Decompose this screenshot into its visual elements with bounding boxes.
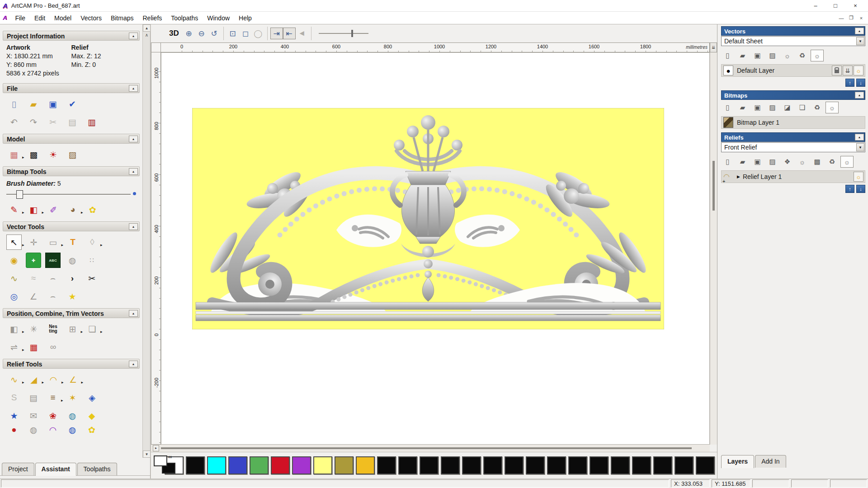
new-model-icon[interactable]: ▯ bbox=[6, 96, 22, 112]
color-swatch[interactable] bbox=[611, 456, 630, 474]
relief-tool-icon[interactable]: ◠ bbox=[46, 372, 61, 387]
create-star-icon[interactable]: ★ bbox=[65, 289, 80, 304]
create-rectangle-icon[interactable]: ▭ bbox=[46, 235, 61, 250]
tab-add-in[interactable]: Add In bbox=[755, 455, 786, 468]
toggle-all-visibility-icon[interactable]: ☼ bbox=[811, 50, 824, 61]
menu-help[interactable]: Help bbox=[234, 13, 256, 23]
zoom-box-icon[interactable]: ⊡ bbox=[226, 28, 239, 39]
join-vectors-icon[interactable]: › bbox=[65, 271, 80, 286]
collapse-chevron-icon[interactable]: ∧ bbox=[143, 33, 150, 38]
lasso-icon[interactable]: ✿ bbox=[85, 202, 100, 217]
mdi-minimize-icon[interactable]: ― bbox=[836, 14, 846, 22]
undo-icon[interactable]: ↶ bbox=[6, 114, 22, 130]
lighting-icon[interactable]: ☀ bbox=[46, 147, 61, 162]
tab-toolpaths[interactable]: Toolpaths bbox=[77, 463, 117, 475]
minimize-button[interactable]: – bbox=[806, 0, 826, 11]
wrap-vectors-icon[interactable]: ◍ bbox=[65, 253, 80, 268]
relief-tool-icon[interactable]: S bbox=[6, 390, 22, 405]
color-swatch[interactable] bbox=[590, 456, 609, 474]
canvas-horizontal-scrollbar[interactable]: ▸ bbox=[151, 445, 710, 452]
create-text-icon[interactable]: T bbox=[65, 235, 80, 250]
layer-visibility-icon[interactable]: ☼ bbox=[854, 172, 863, 182]
save-model-icon[interactable]: ▣ bbox=[45, 96, 61, 112]
flyout-arrow-icon[interactable]: ▸ bbox=[22, 329, 24, 334]
interlock-vectors-icon[interactable]: ∞ bbox=[46, 339, 61, 355]
open-model-icon[interactable]: ▰ bbox=[26, 96, 41, 112]
vector-doctor-icon[interactable]: ◊ bbox=[85, 235, 100, 250]
new-relief-layer-icon[interactable]: ▯ bbox=[721, 156, 734, 168]
color-swatch[interactable] bbox=[398, 456, 417, 474]
relief-tool-icon[interactable]: ∿ bbox=[6, 372, 22, 387]
tab-assistant[interactable]: Assistant bbox=[35, 463, 76, 476]
relief-tool-icon[interactable]: ✿ bbox=[84, 425, 99, 435]
color-swatch[interactable] bbox=[505, 456, 524, 474]
bitmap-layer-name[interactable]: Bitmap Layer 1 bbox=[737, 119, 779, 126]
color-swatch[interactable] bbox=[313, 456, 332, 474]
color-swatch[interactable] bbox=[207, 456, 226, 474]
flyout-arrow-icon[interactable]: ▸ bbox=[61, 380, 64, 385]
scroll-down-icon[interactable]: ▼ bbox=[143, 450, 151, 458]
color-swatch[interactable] bbox=[632, 456, 651, 474]
copy-bitmap-layer-icon[interactable]: ❏ bbox=[796, 102, 809, 113]
relief-tool-icon[interactable]: ❀ bbox=[45, 408, 61, 423]
flyout-arrow-icon[interactable]: ▸ bbox=[81, 329, 83, 334]
flyout-arrow-icon[interactable]: ▸ bbox=[81, 210, 83, 215]
relief-tool-icon[interactable]: ∠ bbox=[66, 372, 81, 387]
flyout-arrow-icon[interactable]: ▸ bbox=[22, 243, 24, 247]
relief-tool-icon[interactable]: ● bbox=[6, 425, 22, 435]
color-swatch[interactable] bbox=[292, 456, 311, 474]
measure-tool-icon[interactable]: ◉ bbox=[6, 253, 22, 268]
rollup-button[interactable]: ▲ bbox=[129, 361, 138, 367]
open-vector-layer-icon[interactable]: ▰ bbox=[736, 50, 749, 61]
color-swatch[interactable] bbox=[271, 456, 290, 474]
model-canvas[interactable] bbox=[161, 52, 710, 445]
relief-tool-icon[interactable]: ≡ bbox=[45, 390, 61, 405]
open-bitmap-layer-icon[interactable]: ▰ bbox=[736, 102, 749, 113]
close-button[interactable]: × bbox=[845, 0, 865, 11]
scrollbar-thumb[interactable] bbox=[161, 447, 692, 449]
color-swatch[interactable] bbox=[547, 456, 566, 474]
mdi-restore-icon[interactable]: ❐ bbox=[846, 14, 856, 22]
node-editing-icon[interactable]: ∿ bbox=[6, 271, 22, 286]
flyout-arrow-icon[interactable]: ▸ bbox=[100, 243, 103, 247]
save-bitmap-layer-icon[interactable]: ▣ bbox=[751, 102, 764, 113]
relief-tool-icon[interactable]: ▤ bbox=[26, 390, 41, 405]
relief-combobox[interactable]: Front Relief ▼ bbox=[721, 142, 865, 152]
layer-visibility-icon[interactable]: ☼ bbox=[854, 66, 863, 75]
move-layer-down-icon[interactable]: ↓ bbox=[856, 79, 865, 87]
rollup-button[interactable]: ▲ bbox=[855, 92, 864, 99]
rollup-button[interactable]: ▲ bbox=[129, 136, 138, 142]
vector-layer-name[interactable]: Default Layer bbox=[737, 67, 774, 74]
flyout-arrow-icon[interactable]: ▸ bbox=[81, 380, 84, 385]
rollup-button[interactable]: ▲ bbox=[855, 28, 864, 34]
transform-vectors-icon[interactable]: ✛ bbox=[26, 235, 42, 250]
rollup-button[interactable]: ▲ bbox=[129, 223, 138, 230]
menu-window[interactable]: Window bbox=[203, 13, 234, 23]
flyout-arrow-icon[interactable]: ▸ bbox=[61, 398, 63, 403]
tab-layers[interactable]: Layers bbox=[721, 455, 754, 468]
rollup-button[interactable]: ▲ bbox=[129, 85, 138, 92]
spin-vectors-icon[interactable]: ◎ bbox=[6, 289, 22, 304]
relief-tool-icon[interactable]: ◈ bbox=[85, 390, 100, 405]
relief-tool-icon[interactable]: ◍ bbox=[26, 425, 41, 435]
relief-layer-row[interactable]: ◠+ ▶ Relief Layer 1 ☼ bbox=[721, 170, 865, 183]
toggle-all-visibility-icon[interactable]: ☼ bbox=[840, 156, 854, 168]
healing-tool-icon[interactable]: ✚ bbox=[26, 253, 41, 268]
color-swatch[interactable] bbox=[696, 456, 715, 474]
colour-picker-icon[interactable]: ✐ bbox=[46, 202, 61, 217]
brush-diameter-slider[interactable] bbox=[6, 190, 136, 199]
rollup-button[interactable]: ▲ bbox=[855, 134, 864, 141]
flyout-arrow-icon[interactable]: ▸ bbox=[100, 329, 103, 334]
move-layer-down-icon[interactable]: ↓ bbox=[856, 185, 865, 193]
flyout-arrow-icon[interactable]: ▸ bbox=[22, 347, 24, 352]
color-swatch[interactable] bbox=[420, 456, 439, 474]
ruler-guide-icon[interactable]: ⇊ bbox=[710, 42, 717, 52]
relief-layer-name[interactable]: Relief Layer 1 bbox=[743, 173, 782, 180]
fit-arcs-icon[interactable]: ⌢ bbox=[45, 271, 61, 286]
relief-tool-icon[interactable]: ✶ bbox=[65, 390, 80, 405]
menu-vectors[interactable]: Vectors bbox=[76, 13, 106, 23]
paint-icon[interactable]: ✎ bbox=[6, 202, 22, 217]
zoom-in-icon[interactable]: ⊕ bbox=[183, 28, 195, 39]
maximize-button[interactable]: □ bbox=[826, 0, 845, 11]
open-relief-layer-icon[interactable]: ▰ bbox=[736, 156, 749, 168]
